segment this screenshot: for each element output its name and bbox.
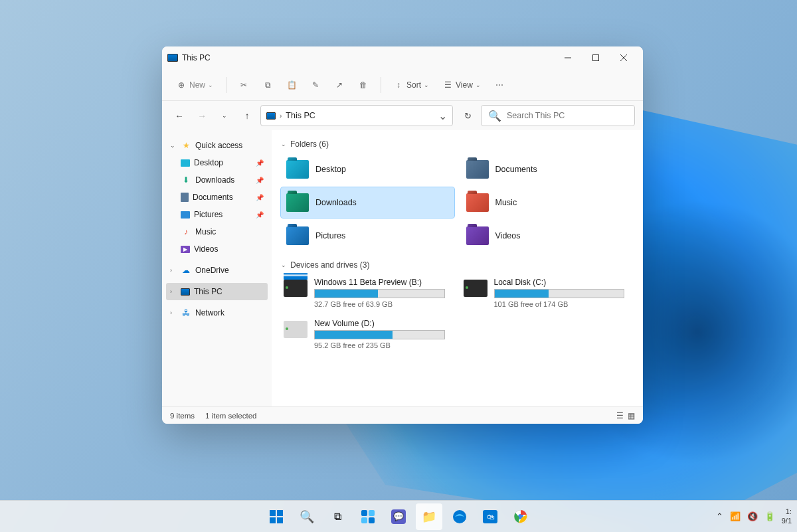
edge-icon xyxy=(452,509,468,525)
sidebar-item-label: Network xyxy=(195,308,224,317)
battery-icon[interactable]: 🔋 xyxy=(764,511,775,521)
teams-button[interactable]: 💬 xyxy=(385,503,412,530)
pictures-icon xyxy=(181,211,190,219)
toolbar: ⊕ New ⌄ ✂ ⧉ 📋 ✎ ↗ 🗑 ↕ Sort ⌄ ☰ View ⌄ ⋯ xyxy=(162,69,643,101)
refresh-button[interactable]: ↻ xyxy=(458,106,477,125)
details-view-button[interactable]: ☰ xyxy=(616,411,624,420)
widgets-button[interactable] xyxy=(355,503,381,530)
chevron-down-icon: ⌄ xyxy=(476,82,481,88)
svg-rect-9 xyxy=(369,510,375,516)
new-button[interactable]: ⊕ New ⌄ xyxy=(170,74,219,96)
paste-button[interactable]: 📋 xyxy=(281,74,302,96)
folder-videos[interactable]: Videos xyxy=(461,221,634,251)
copy-icon: ⧉ xyxy=(262,80,273,90)
svg-rect-6 xyxy=(270,517,276,523)
task-view-button[interactable]: ⧉ xyxy=(324,503,351,530)
drives-section-header[interactable]: ⌄ Devices and drives (3) xyxy=(281,260,634,270)
sidebar-item-pictures[interactable]: Pictures 📌 xyxy=(166,206,268,223)
drives-grid: Windows 11 Beta Preview (B:) 32.7 GB fre… xyxy=(281,275,634,352)
drive-d[interactable]: New Volume (D:) 95.2 GB free of 235 GB xyxy=(281,316,454,352)
search-bar[interactable]: 🔍 xyxy=(481,105,635,126)
edge-button[interactable] xyxy=(446,503,473,530)
address-bar[interactable]: › This PC ⌄ xyxy=(260,105,453,126)
chevron-right-icon: › xyxy=(170,310,177,316)
pin-icon: 📌 xyxy=(256,177,264,184)
wifi-icon[interactable]: 📶 xyxy=(730,511,741,521)
up-button[interactable]: ↑ xyxy=(238,106,256,125)
maximize-button[interactable] xyxy=(582,48,610,68)
sidebar-item-label: This PC xyxy=(194,287,222,296)
section-title: Folders (6) xyxy=(290,139,329,149)
rename-icon: ✎ xyxy=(310,80,321,90)
svg-rect-7 xyxy=(277,517,283,523)
tray-chevron-icon[interactable]: ⌃ xyxy=(716,511,723,521)
copy-button[interactable]: ⧉ xyxy=(257,74,278,96)
sort-label: Sort xyxy=(406,80,421,90)
navbar: ← → ⌄ ↑ › This PC ⌄ ↻ 🔍 xyxy=(162,101,643,130)
sidebar-item-label: Documents xyxy=(193,193,233,202)
sidebar-item-downloads[interactable]: ⬇ Downloads 📌 xyxy=(166,171,268,189)
folder-desktop[interactable]: Desktop xyxy=(281,154,454,185)
chrome-icon xyxy=(513,509,529,525)
search-button[interactable]: 🔍 xyxy=(294,503,320,530)
cut-button[interactable]: ✂ xyxy=(233,74,254,96)
sidebar-item-desktop[interactable]: Desktop 📌 xyxy=(166,154,268,171)
sidebar-item-music[interactable]: ♪ Music xyxy=(166,223,268,240)
svg-rect-11 xyxy=(369,517,375,523)
folder-documents[interactable]: Documents xyxy=(461,154,634,185)
folders-section-header[interactable]: ⌄ Folders (6) xyxy=(281,139,634,149)
chevron-right-icon: › xyxy=(170,267,177,274)
forward-button[interactable]: → xyxy=(193,106,211,125)
sidebar-item-network[interactable]: › 🖧 Network xyxy=(166,304,268,321)
share-button[interactable]: ↗ xyxy=(329,74,350,96)
sidebar-item-documents[interactable]: Documents 📌 xyxy=(166,189,268,206)
svg-rect-4 xyxy=(270,510,276,516)
folder-label: Pictures xyxy=(315,231,345,240)
window-title: This PC xyxy=(182,53,211,62)
more-button[interactable]: ⋯ xyxy=(489,74,510,96)
folder-label: Music xyxy=(495,198,517,207)
folder-icon xyxy=(286,226,309,245)
separator xyxy=(381,77,381,93)
thumbnails-view-button[interactable]: ▦ xyxy=(628,411,635,420)
view-button[interactable]: ☰ View ⌄ xyxy=(437,74,486,96)
sort-button[interactable]: ↕ Sort ⌄ xyxy=(388,74,434,96)
svg-rect-5 xyxy=(277,510,283,516)
sidebar-item-this-pc[interactable]: › This PC xyxy=(166,283,268,300)
back-button[interactable]: ← xyxy=(170,106,189,125)
folder-downloads[interactable]: Downloads xyxy=(281,187,454,218)
sidebar-item-videos[interactable]: ▶ Videos xyxy=(166,240,268,258)
minimize-button[interactable] xyxy=(554,48,582,68)
drive-b[interactable]: Windows 11 Beta Preview (B:) 32.7 GB fre… xyxy=(281,275,454,311)
chrome-button[interactable] xyxy=(507,503,534,530)
chevron-down-icon: ⌄ xyxy=(170,142,177,149)
delete-button[interactable]: 🗑 xyxy=(353,74,374,96)
search-input[interactable] xyxy=(507,111,628,120)
folder-music[interactable]: Music xyxy=(461,187,634,218)
titlebar[interactable]: This PC xyxy=(162,46,643,69)
file-explorer-button[interactable]: 📁 xyxy=(416,503,442,530)
drive-c[interactable]: Local Disk (C:) 101 GB free of 174 GB xyxy=(461,275,634,311)
chevron-down-icon[interactable]: ⌄ xyxy=(438,110,447,122)
recent-button[interactable]: ⌄ xyxy=(215,106,234,125)
sidebar-item-quick-access[interactable]: ⌄ ★ Quick access xyxy=(166,137,268,154)
view-icon: ☰ xyxy=(442,80,453,90)
close-button[interactable] xyxy=(610,48,638,68)
chevron-right-icon: › xyxy=(280,112,282,120)
volume-icon[interactable]: 🔇 xyxy=(747,511,758,521)
search-icon: 🔍 xyxy=(488,110,501,122)
sidebar-item-onedrive[interactable]: › ☁ OneDrive xyxy=(166,262,268,279)
body: ⌄ ★ Quick access Desktop 📌 ⬇ Downloads 📌… xyxy=(162,130,643,406)
store-button[interactable]: 🛍 xyxy=(477,503,503,530)
time-text: 1: xyxy=(782,507,792,516)
folder-pictures[interactable]: Pictures xyxy=(281,221,454,251)
rename-button[interactable]: ✎ xyxy=(305,74,326,96)
system-tray: ⌃ 📶 🔇 🔋 1: 9/1 xyxy=(716,507,792,525)
start-button[interactable] xyxy=(263,503,290,530)
network-icon: 🖧 xyxy=(181,308,191,317)
breadcrumb[interactable]: This PC xyxy=(286,111,315,120)
plus-icon: ⊕ xyxy=(176,80,187,90)
view-label: View xyxy=(456,80,473,90)
clock[interactable]: 1: 9/1 xyxy=(782,507,792,525)
status-selected: 1 item selected xyxy=(205,412,256,420)
